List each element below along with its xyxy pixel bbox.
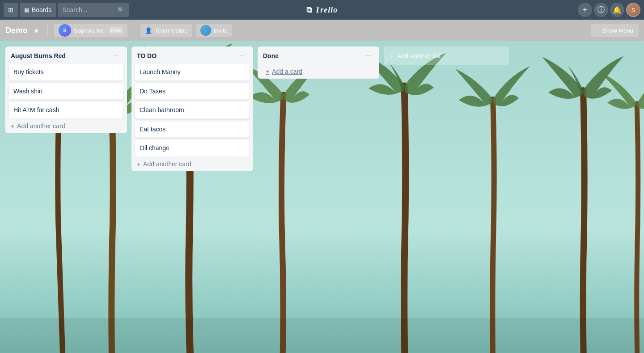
notification-button[interactable]: 🔔 [610,3,624,17]
board-content: August Burns Red ··· Buy tickets Wash sh… [0,41,644,353]
add-card-label-todo: Add another card [143,160,191,168]
nav-right-actions: + ⓘ 🔔 S [578,3,640,17]
card-oil-change[interactable]: Oil change [135,140,250,157]
add-card-plus-done: + [266,68,269,75]
bell-icon: 🔔 [613,6,622,14]
card-eat-tacos[interactable]: Eat tacos [135,122,250,138]
logo-text: Trello [315,5,338,15]
add-card-label-august: Add another card [17,122,65,130]
info-icon: ⓘ [597,5,605,15]
boards-icon: ▦ [24,7,29,13]
divider-1 [47,25,48,36]
svg-rect-1 [0,318,644,353]
home-button[interactable]: ⊞ [4,3,18,17]
add-card-label-done: Add a card [272,68,302,75]
card-buy-tickets[interactable]: Buy tickets [9,64,123,81]
boards-label: Boards [32,6,51,13]
list-todo: TO DO ··· Launch Manny Do Taxes Clean ba… [131,46,253,171]
list-cards-todo: Launch Manny Do Taxes Clean bathroom Eat… [131,64,253,157]
list-cards-august: Buy tickets Wash shirt Hit ATM for cash [5,64,127,119]
list-cards-done: + Add a card [258,64,379,79]
list-header-done: Done ··· [258,46,379,64]
show-menu-dots: ··· [596,27,601,34]
list-done: Done ··· + Add a card [258,46,379,79]
invite-button[interactable]: 🌐 Invite [196,24,232,37]
card-launch-manny[interactable]: Launch Manny [135,64,250,81]
card-hit-atm[interactable]: Hit ATM for cash [9,102,123,119]
add-card-icon-todo: + [137,160,140,168]
top-navigation: ⊞ ▦ Boards 🔍 ⧉ Trello + ⓘ 🔔 S [0,0,644,20]
divider-2 [134,25,134,36]
invite-label: Invite [214,27,228,34]
team-visible-label: Team Visible [155,27,187,34]
workspace-avatar: S [59,24,71,37]
star-icon: ★ [33,27,39,34]
list-menu-done[interactable]: ··· [363,51,374,61]
show-menu-label: Show Menu [602,27,633,34]
add-another-list-button[interactable]: + Add another list [384,46,509,65]
workspace-button[interactable]: S Sopinka Inc. Free [54,24,127,37]
list-menu-todo[interactable]: ··· [237,51,248,61]
card-do-taxes[interactable]: Do Taxes [135,84,250,100]
board-header: Demo ★ S Sopinka Inc. Free 👤 Team Visibl… [0,20,644,41]
list-title-todo: TO DO [137,52,237,59]
list-header-todo: TO DO ··· [131,46,253,64]
list-header-august: August Burns Red ··· [5,46,127,64]
user-avatar[interactable]: S [626,3,640,17]
add-card-august[interactable]: + Add another card [5,119,127,133]
list-title-done: Done [263,52,363,59]
logo-icon: ⧉ [306,5,313,15]
home-icon: ⊞ [8,6,13,13]
workspace-name: Sopinka Inc. [74,27,106,34]
list-title-august: August Burns Red [11,52,110,59]
team-icon: 👤 [145,27,152,34]
add-button[interactable]: + [578,3,592,17]
card-wash-shirt[interactable]: Wash shirt [9,84,123,100]
show-menu-button[interactable]: ··· Show Menu [591,24,639,37]
add-card-todo[interactable]: + Add another card [131,157,253,171]
add-icon: + [583,6,587,14]
search-icon: 🔍 [118,7,125,13]
add-list-label: Add another list [397,52,441,59]
invite-avatar: 🌐 [200,25,211,36]
card-clean-bathroom[interactable]: Clean bathroom [135,102,250,119]
workspace-tier-badge: Free [109,27,123,34]
avatar-initials: S [627,4,640,16]
trello-logo: ⧉ Trello [306,5,338,15]
boards-button[interactable]: ▦ Boards [20,3,56,17]
list-august-burns-red: August Burns Red ··· Buy tickets Wash sh… [5,46,127,133]
star-button[interactable]: ★ [31,25,41,37]
add-list-icon: + [390,52,394,59]
board-title: Demo [5,26,28,35]
add-card-done[interactable]: + Add a card [261,64,376,79]
info-button[interactable]: ⓘ [594,3,608,17]
add-card-icon: + [11,122,14,130]
lists-area: August Burns Red ··· Buy tickets Wash sh… [5,46,639,171]
list-menu-august[interactable]: ··· [110,51,122,61]
team-visible-button[interactable]: 👤 Team Visible [140,24,192,37]
